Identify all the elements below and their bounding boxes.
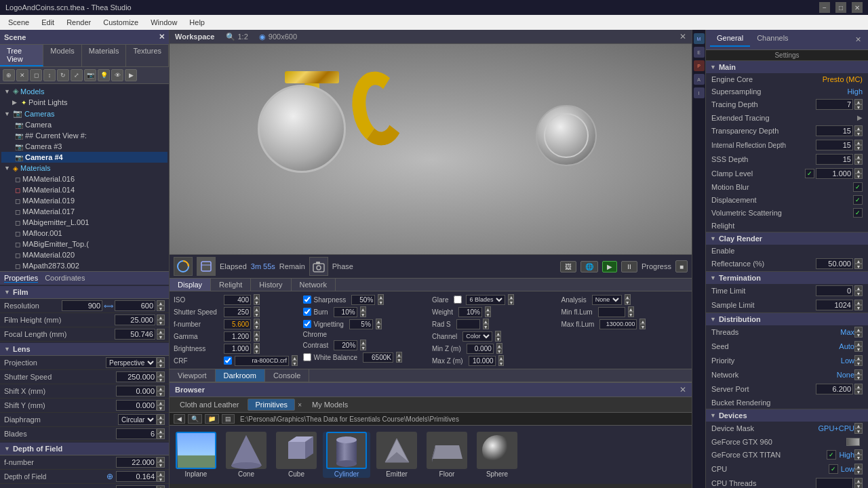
browser-tab-primitives[interactable]: Primitives — [248, 399, 295, 411]
extended-tracing-expander[interactable]: ▶ — [857, 114, 863, 121]
glare-check[interactable] — [454, 296, 462, 304]
diap-down[interactable]: ▼ — [157, 420, 165, 425]
tab-history[interactable]: History — [251, 279, 291, 291]
mz-up[interactable]: ▲ — [496, 343, 502, 348]
tree-item-camera3[interactable]: 📷 Camera #3 — [1, 141, 167, 152]
cl-down[interactable]: ▼ — [854, 174, 863, 179]
browser-item-inplane[interactable]: Inplane — [172, 432, 220, 478]
tree-item-mat020[interactable]: ◻ MAMaterial.020 — [1, 249, 167, 260]
fh-up[interactable]: ▲ — [157, 314, 165, 320]
maximize-button[interactable]: □ — [835, 2, 846, 13]
browser-item-cube[interactable]: Cube — [273, 432, 320, 478]
fd-down[interactable]: ▼ — [157, 476, 165, 482]
blades-input[interactable] — [116, 428, 157, 439]
scale-btn[interactable]: ⤢ — [71, 69, 83, 81]
tree-item-mat019[interactable]: ◻ MAMaterial.019 — [1, 195, 167, 206]
sss-depth-input[interactable] — [816, 154, 853, 165]
th-down[interactable]: ▼ — [854, 332, 863, 338]
gtt-down[interactable]: ▼ — [854, 455, 863, 460]
gtt-up[interactable]: ▲ — [854, 449, 863, 455]
ir-up[interactable]: ▲ — [854, 140, 863, 145]
vis-btn[interactable]: 👁 — [111, 69, 123, 81]
bl-up[interactable]: ▲ — [157, 428, 165, 434]
maxill-input[interactable] — [599, 319, 637, 329]
minill-input[interactable] — [598, 307, 625, 317]
focus-distance-input[interactable] — [116, 471, 157, 482]
bn-up[interactable]: ▲ — [360, 306, 366, 312]
Mz-up[interactable]: ▲ — [498, 355, 505, 361]
fl-down[interactable]: ▼ — [157, 334, 165, 340]
titan-check[interactable]: ✓ — [827, 450, 836, 460]
td-up[interactable]: ▲ — [854, 99, 863, 104]
contrast-input[interactable] — [334, 340, 357, 350]
camera-btn[interactable]: 📷 — [84, 69, 96, 81]
proj-down[interactable]: ▼ — [157, 363, 165, 368]
sidebar-anim-icon[interactable]: A — [694, 74, 705, 85]
tab-console[interactable]: Console — [265, 369, 309, 382]
shutter-speed-input[interactable] — [116, 371, 157, 382]
sy-up[interactable]: ▲ — [157, 400, 165, 405]
vn-up[interactable]: ▲ — [376, 319, 382, 324]
tree-item-cameras[interactable]: ▼ 📷 Cameras — [1, 108, 167, 119]
sp-up[interactable]: ▲ — [854, 384, 863, 389]
gl-up[interactable]: ▲ — [508, 294, 514, 300]
cr-down[interactable]: ▼ — [854, 264, 863, 269]
main-section-header[interactable]: ▼ Main — [706, 61, 868, 73]
menu-render[interactable]: Render — [61, 17, 96, 28]
crf-down[interactable]: ▼ — [292, 361, 298, 366]
gm-down[interactable]: ▼ — [254, 336, 260, 342]
wb-check[interactable] — [303, 353, 311, 361]
browser-item-cylinder[interactable]: Cylinder — [323, 432, 370, 478]
shift-y-input[interactable] — [116, 400, 157, 411]
add-btn[interactable]: ⊕ — [3, 69, 15, 81]
res-up[interactable]: ▲ — [157, 300, 165, 306]
nw-up[interactable]: ▲ — [854, 369, 863, 375]
render-btn-tb[interactable]: ▶ — [125, 69, 137, 81]
render-pause-btn[interactable]: ⏸ — [621, 261, 637, 272]
tl-down[interactable]: ▼ — [854, 291, 863, 296]
rads-input[interactable] — [456, 319, 480, 329]
br-down[interactable]: ▼ — [254, 348, 260, 354]
ct-down[interactable]: ▼ — [360, 345, 366, 350]
ct-down2[interactable]: ▼ — [854, 483, 863, 488]
rotate-btn[interactable]: ↻ — [57, 69, 69, 81]
td-down[interactable]: ▼ — [854, 104, 863, 110]
dm-up[interactable]: ▲ — [854, 423, 863, 428]
browser-tab-mymodels[interactable]: My Models — [304, 399, 355, 411]
sp-down[interactable]: ▼ — [854, 389, 863, 394]
cpu-threads-input[interactable] — [816, 478, 853, 488]
browser-tab-cloth[interactable]: Cloth and Leather — [172, 399, 246, 411]
wb-input[interactable] — [363, 352, 393, 363]
dfn-down[interactable]: ▼ — [157, 462, 165, 468]
wb-down[interactable]: ▼ — [396, 357, 402, 363]
browser-item-emitter[interactable]: Emitter — [373, 432, 420, 478]
resolution-h-input[interactable] — [115, 300, 155, 311]
mi-down[interactable]: ▼ — [628, 312, 634, 317]
dp-up[interactable]: ▲ — [157, 485, 165, 488]
tree-item-mapath[interactable]: ◻ MApath2873.002 — [1, 260, 167, 271]
crf-up[interactable]: ▲ — [292, 355, 298, 361]
tree-item-mat016[interactable]: ◻ MAMaterial.016 — [1, 174, 167, 184]
sh-down[interactable]: ▼ — [378, 300, 384, 305]
sy-down[interactable]: ▼ — [157, 405, 165, 411]
left-panel-close[interactable]: ✕ — [159, 33, 165, 41]
focal-length-input[interactable] — [115, 329, 155, 340]
Mi-down[interactable]: ▼ — [639, 324, 646, 329]
mz-down[interactable]: ▼ — [496, 348, 502, 354]
menu-customize[interactable]: Customize — [98, 17, 144, 28]
render-globe-btn[interactable]: 🌐 — [580, 261, 598, 272]
lens-section-header[interactable]: ▼ Lens — [0, 343, 169, 356]
light-btn[interactable]: 💡 — [98, 69, 110, 81]
tab-textures[interactable]: Textures — [126, 45, 169, 66]
vign-input[interactable] — [349, 319, 373, 329]
fnumber-ctrl-input[interactable] — [224, 319, 251, 329]
iso-up[interactable]: ▲ — [254, 294, 260, 300]
vign-check[interactable] — [303, 320, 311, 328]
gamma-input[interactable] — [224, 331, 251, 342]
browser-item-floor[interactable]: Floor — [423, 432, 471, 478]
shift-x-input[interactable] — [116, 386, 157, 396]
nw-down[interactable]: ▼ — [854, 375, 863, 380]
tree-item-current-view[interactable]: 📷 ## Current View #: — [1, 130, 167, 141]
tree-item-mafloor[interactable]: ◻ MAfloor.001 — [1, 228, 167, 239]
tab-tree-view[interactable]: Tree View — [0, 45, 43, 66]
